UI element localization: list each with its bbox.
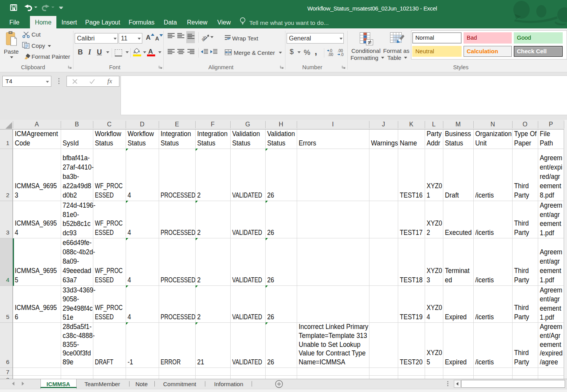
svg-text:ab: ab (201, 34, 208, 42)
